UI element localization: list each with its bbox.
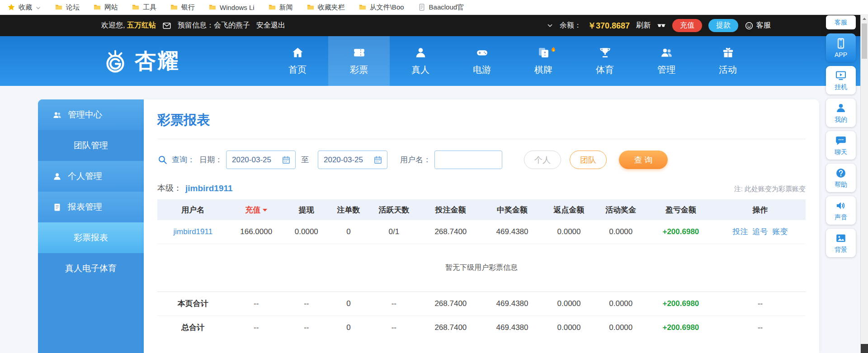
sidebar: 管理中心团队管理个人管理报表管理彩票报表真人电子体育 xyxy=(38,99,144,353)
action-link[interactable]: 账变 xyxy=(773,227,788,236)
folder-icon xyxy=(93,3,101,11)
personal-button[interactable]: 个人 xyxy=(524,151,561,169)
table-header-8: 活动奖金 xyxy=(595,199,647,220)
bookmark-baacloud[interactable]: Baacloud官 xyxy=(418,3,464,12)
bookmark-label: 收藏夹栏 xyxy=(318,3,345,12)
nav-item-activity[interactable]: 活动 xyxy=(697,36,759,86)
bookmark-label: 论坛 xyxy=(66,3,80,12)
sidebar-item-team-manage[interactable]: 团队管理 xyxy=(38,130,144,161)
doc-page-icon xyxy=(418,3,426,11)
balance-label: 余额： xyxy=(560,21,581,30)
bookmark-from-file-boo[interactable]: 从文件\Boo xyxy=(359,3,404,12)
nav-item-lottery[interactable]: 彩票 xyxy=(328,36,390,86)
float-label: 声音 xyxy=(835,213,847,221)
table-header-0: 用户名 xyxy=(157,199,229,220)
nav-items: 首页彩票真人电游棋牌体育管理活动 xyxy=(267,36,759,86)
bookmark-windows-li[interactable]: Windows Li xyxy=(208,3,255,11)
bookmark-favorites[interactable]: 收藏 xyxy=(7,3,41,12)
value-cell: 0.0000 xyxy=(543,315,595,339)
float-chat-button[interactable]: 聊天 xyxy=(826,131,856,160)
value-cell: 0 xyxy=(329,292,368,315)
action-link[interactable]: 投注 xyxy=(733,227,748,236)
nav-item-sports[interactable]: 体育 xyxy=(574,36,636,86)
bookmark-website[interactable]: 网站 xyxy=(93,3,118,12)
calendar-icon xyxy=(373,155,382,165)
sidebar-item-personal-manage[interactable]: 个人管理 xyxy=(38,161,144,192)
bookmark-tools[interactable]: 工具 xyxy=(132,3,156,12)
sidebar-item-admin-center[interactable]: 管理中心 xyxy=(38,99,144,130)
calendar-icon xyxy=(282,155,291,165)
sidebar-item-label: 管理中心 xyxy=(68,109,102,121)
date-to-input[interactable]: 2020-03-25 xyxy=(318,151,387,169)
table-header-1[interactable]: 充值 xyxy=(229,199,284,220)
customer-service-link[interactable]: 客服 xyxy=(745,21,771,30)
scrollbar xyxy=(860,15,868,353)
bookmark-news[interactable]: 新闻 xyxy=(268,3,293,12)
float-service-button[interactable]: 客服 xyxy=(826,15,856,29)
nav-item-home[interactable]: 首页 xyxy=(267,36,328,86)
float-idle-button[interactable]: 挂机 xyxy=(826,66,856,94)
balance-chevron-down-icon[interactable] xyxy=(547,22,553,29)
mail-icon[interactable] xyxy=(162,21,171,30)
value-cell: 0.0000 xyxy=(595,315,647,339)
float-label: 挂机 xyxy=(835,83,847,91)
trophy-icon xyxy=(599,46,612,59)
action-link[interactable]: 追号 xyxy=(753,227,768,236)
folder-icon xyxy=(208,3,217,11)
refresh-link[interactable]: 刷新 xyxy=(636,21,651,30)
float-app-button[interactable]: APP xyxy=(826,33,856,62)
brand[interactable]: 杏耀 xyxy=(101,47,180,75)
report-table-head-row: 用户名充值提现注单数活跃天数投注金额中奖金额返点金额活动奖金盈亏金额操作 xyxy=(157,199,806,220)
scroll-up-button[interactable] xyxy=(861,15,868,23)
chess-icon xyxy=(537,46,550,59)
search-bar: 查询： 日期： 2020-03-25 至 2020-03-25 用户名： 个人 … xyxy=(157,151,806,169)
value-cell: -- xyxy=(229,315,284,339)
float-label: APP xyxy=(835,51,847,58)
brand-logo-icon xyxy=(101,47,129,75)
nav-item-chess[interactable]: 棋牌 xyxy=(513,36,574,86)
value-cell: 166.0000 xyxy=(229,220,284,244)
chevron-down-icon xyxy=(35,5,41,10)
username-input[interactable] xyxy=(434,151,502,169)
sidebar-item-lottery-report[interactable]: 彩票报表 xyxy=(38,222,144,253)
logout-link[interactable]: 安全退出 xyxy=(256,21,285,30)
sidebar-item-report-manage[interactable]: 报表管理 xyxy=(38,192,144,222)
nav-item-manage[interactable]: 管理 xyxy=(636,36,697,86)
bookmark-bank[interactable]: 银行 xyxy=(170,3,195,12)
float-background-button[interactable]: 背景 xyxy=(826,229,856,257)
level-username-link[interactable]: jimbird1911 xyxy=(185,184,233,193)
bookmark-forum[interactable]: 论坛 xyxy=(55,3,80,12)
withdraw-button[interactable]: 提款 xyxy=(708,19,738,32)
date-from-value: 2020-03-25 xyxy=(232,155,271,165)
query-button[interactable]: 查 询 xyxy=(619,151,668,169)
sidebar-item-live-esports[interactable]: 真人电子体育 xyxy=(38,253,144,284)
value-cell: -- xyxy=(284,315,329,339)
query-label: 查询： xyxy=(172,155,195,165)
table-row: jimbird1911166.00000.000000/1268.7400469… xyxy=(157,220,806,244)
bookmark-bookmarks-folder[interactable]: 收藏夹栏 xyxy=(307,3,345,12)
nav-item-label: 真人 xyxy=(411,64,429,76)
nav-item-live[interactable]: 真人 xyxy=(390,36,451,86)
speaker-icon xyxy=(835,200,847,212)
value-cell: 268.7400 xyxy=(420,220,481,244)
scrollbar-thumb[interactable] xyxy=(862,24,867,59)
username-link[interactable]: jimbird1911 xyxy=(174,227,213,236)
sunglasses-icon[interactable] xyxy=(657,21,666,30)
value-cell: 0 xyxy=(329,315,368,339)
ops-cell: -- xyxy=(715,292,806,315)
float-sound-button[interactable]: 声音 xyxy=(826,196,856,225)
table-header-9: 盈亏金额 xyxy=(647,199,715,220)
team-button[interactable]: 团队 xyxy=(570,151,607,169)
float-mine-button[interactable]: 我的 xyxy=(826,99,856,127)
date-from-input[interactable]: 2020-03-25 xyxy=(226,151,296,169)
username-cell: jimbird1911 xyxy=(157,220,229,244)
nav-item-label: 彩票 xyxy=(350,64,368,76)
flame-icon xyxy=(549,46,558,55)
float-help-button[interactable]: 帮助 xyxy=(826,164,856,192)
deposit-button[interactable]: 充值 xyxy=(672,19,702,32)
customer-service-label: 客服 xyxy=(756,21,771,30)
nav-item-egames[interactable]: 电游 xyxy=(451,36,513,86)
nav-item-label: 管理 xyxy=(657,64,675,76)
vip-name: 五万红钻 xyxy=(127,21,156,29)
title-divider xyxy=(157,139,806,139)
